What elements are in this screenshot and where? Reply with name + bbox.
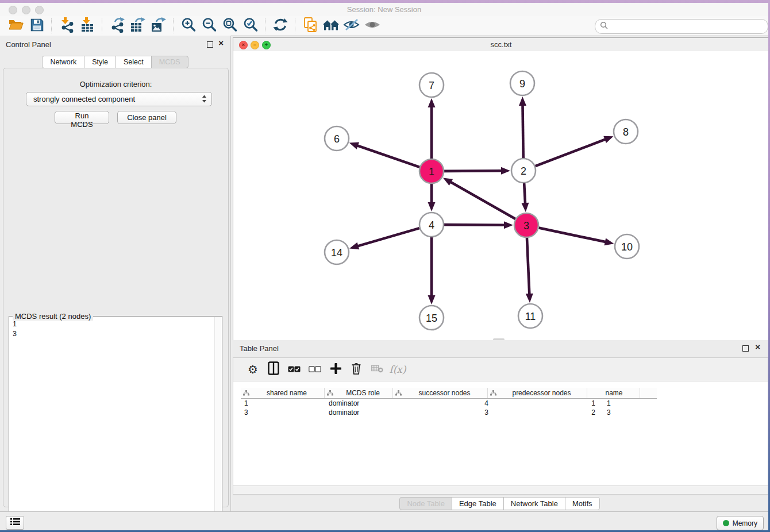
tab-edge-table[interactable]: Edge Table [452,497,504,510]
tree-sort-icon [243,390,249,396]
delete-row-button[interactable] [346,360,367,379]
edge-arrowhead [428,295,436,304]
column-label: name [590,389,638,397]
export-table-icon [130,17,146,35]
graph-edge-2-3[interactable] [524,183,525,204]
edge-arrowhead [504,221,513,229]
zoom-in-icon [180,17,197,35]
task-history-button[interactable] [6,516,24,530]
tab-motifs[interactable]: Motifs [565,497,600,510]
export-table-button[interactable] [128,17,148,34]
tab-network-table[interactable]: Network Table [503,497,565,510]
import-network-button[interactable] [56,17,77,34]
export-image-icon [151,17,167,35]
column-label: successor nodes [403,389,486,397]
edge-label [476,224,483,226]
cell-MCDS-role: dominator [325,408,394,417]
table-row[interactable]: 1dominator411 [241,399,657,408]
graph-node-label: 4 [429,219,434,231]
table-body: 1dominator4113dominator323 [241,399,657,417]
zoom-fit-icon [222,17,238,35]
zoom-selected-button[interactable] [240,17,261,34]
show-columns-button[interactable] [263,360,284,379]
float-table-panel-icon[interactable] [742,345,749,352]
zoom-out-button[interactable] [199,17,220,34]
close-table-panel-icon[interactable]: × [755,342,760,351]
function-builder-button[interactable]: f(x) [387,360,408,379]
result-scrollbar[interactable] [214,317,221,530]
graph-edge-2-9[interactable] [522,105,523,158]
tab-network[interactable]: Network [42,56,84,68]
delete-table-button[interactable] [367,360,387,379]
graph-node-label: 2 [521,165,526,177]
save-session-button[interactable] [26,17,47,34]
unchecked-boxes-icon [309,364,321,375]
eye-slash-icon [343,18,360,34]
graph-edge-2-8[interactable] [536,139,606,166]
network-window-title: scc.txt [233,40,768,49]
column-header-successor-nodes[interactable]: successor nodes [393,388,488,398]
float-panel-icon[interactable] [207,41,213,48]
mcds-result-list[interactable]: 1 3 [13,319,213,529]
column-header-predecessor-nodes[interactable]: predecessor nodes [488,388,587,398]
hide-selected-button[interactable] [341,17,362,34]
add-row-button[interactable] [325,360,346,379]
toolbar-separator [173,18,174,33]
column-header-name[interactable]: name [587,388,640,398]
search-input[interactable] [611,22,768,31]
memory-button[interactable]: Memory [717,516,764,530]
column-header-MCDS-role[interactable]: MCDS role [325,388,393,398]
graph-edge-1-2[interactable] [444,171,502,171]
graph-node-label: 3 [523,220,529,232]
tab-style[interactable]: Style [84,56,116,68]
table-horizontal-scrollbar[interactable] [233,485,768,495]
graph-edge-4-3[interactable] [444,225,505,225]
control-panel-tabs: NetworkStyleSelectMCDS [0,56,230,68]
column-header-shared-name[interactable]: shared name [241,388,325,398]
edge-arrowhead [501,167,510,175]
graph-edge-4-14[interactable] [357,228,419,246]
zoom-fit-button[interactable] [220,17,240,34]
show-hidden-button[interactable] [362,17,383,34]
graph-node-label: 10 [621,241,633,253]
main-toolbar [0,16,768,36]
export-image-button[interactable] [148,17,169,34]
close-panel-button[interactable]: Close panel [117,111,176,124]
refresh-layout-button[interactable] [270,17,291,34]
edge-arrowhead [604,238,614,246]
import-table-icon [80,17,95,35]
search-box[interactable] [595,19,768,34]
graph-edge-3-1[interactable] [450,182,515,219]
show-all-networks-button[interactable] [321,17,341,34]
zoom-in-button[interactable] [178,17,199,34]
table-row[interactable]: 3dominator323 [241,408,657,417]
mcds-result-box: MCDS result (2 nodes) 1 3 [9,316,222,530]
open-session-button[interactable] [6,17,26,34]
close-panel-icon[interactable]: × [218,38,224,47]
table-panel-title: Table Panel [240,344,279,353]
chevron-up-down-icon [202,95,207,105]
graph-node-label: 1 [429,166,434,178]
tab-node-table[interactable]: Node Table [399,497,452,510]
run-mcds-button[interactable]: Run MCDS [55,111,109,124]
network-canvas[interactable]: 7968124314101511 [233,51,768,341]
import-table-button[interactable] [77,17,98,34]
graph-edge-1-6[interactable] [357,145,419,167]
network-window-titlebar[interactable]: × − + scc.txt [233,38,768,52]
tab-mcds[interactable]: MCDS [151,56,188,68]
save-disk-icon [30,18,44,34]
copy-network-icon [303,17,318,35]
deselect-all-button[interactable] [305,360,325,379]
optimization-criterion-label: Optimization criterion: [3,80,228,88]
select-all-button[interactable] [284,360,305,379]
criterion-dropdown[interactable]: strongly connected component [26,92,212,106]
copy-network-button[interactable] [300,17,321,34]
mcds-panel: Optimization criterion: strongly connect… [3,68,229,507]
export-network-button[interactable] [107,17,128,34]
function-icon: f(x) [389,364,406,375]
table-settings-button[interactable]: ⚙ [242,360,263,379]
graph-edge-3-11[interactable] [527,238,529,295]
tab-select[interactable]: Select [116,56,152,68]
homes-icon [322,18,340,34]
graph-edge-3-10[interactable] [539,228,606,242]
